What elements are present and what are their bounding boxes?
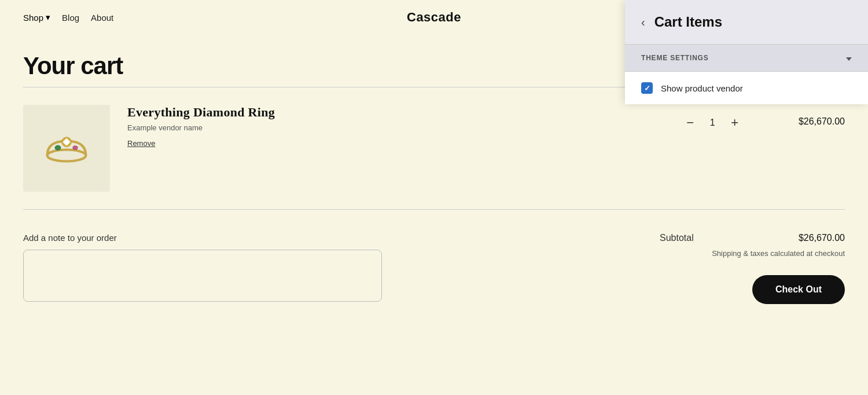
panel-header: ‹ Cart Items <box>625 0 868 44</box>
show-vendor-option: Show product vendor <box>625 72 868 104</box>
item-right-controls: − 1 + $26,670.00 <box>684 105 845 129</box>
theme-settings-label: THEME SETTINGS <box>641 54 709 62</box>
back-icon: ‹ <box>641 16 645 29</box>
note-label: Add a note to your order <box>23 233 637 243</box>
side-panel: ‹ Cart Items THEME SETTINGS Show product… <box>625 0 868 104</box>
product-name: Everything Diamond Ring <box>127 105 667 120</box>
subtotal-value: $26,670.00 <box>799 233 845 243</box>
shipping-note: Shipping & taxes calculated at checkout <box>660 249 845 258</box>
theme-settings-section-header[interactable]: THEME SETTINGS <box>625 44 868 72</box>
shop-chevron-icon: ▾ <box>46 12 50 23</box>
shop-label: Shop <box>23 13 43 23</box>
svg-point-3 <box>55 145 61 150</box>
cart-bottom: Add a note to your order Subtotal $26,67… <box>23 210 845 304</box>
decrease-quantity-button[interactable]: − <box>684 116 696 129</box>
nav-blog-link[interactable]: Blog <box>62 13 79 23</box>
checkout-button[interactable]: Check Out <box>752 275 845 304</box>
quantity-value: 1 <box>707 118 718 128</box>
product-image <box>23 105 110 192</box>
item-price: $26,670.00 <box>775 111 845 127</box>
chevron-down-icon <box>846 57 852 61</box>
item-info: Everything Diamond Ring Example vendor n… <box>127 105 667 148</box>
panel-back-button[interactable]: ‹ <box>641 16 645 29</box>
show-vendor-label: Show product vendor <box>661 83 743 93</box>
product-vendor: Example vendor name <box>127 123 667 132</box>
remove-item-link[interactable]: Remove <box>127 139 155 148</box>
nav-shop-dropdown[interactable]: Shop ▾ <box>23 12 50 23</box>
show-vendor-checkbox[interactable] <box>641 82 653 94</box>
svg-point-4 <box>73 146 78 150</box>
increase-quantity-button[interactable]: + <box>729 116 741 129</box>
cart-title: Your cart <box>23 52 720 80</box>
subtotal-label: Subtotal <box>660 233 694 243</box>
ring-illustration <box>38 128 95 169</box>
cart-item-row: Everything Diamond Ring Example vendor n… <box>23 87 845 210</box>
theme-settings-chevron-icon <box>846 53 852 63</box>
note-section: Add a note to your order <box>23 233 637 304</box>
brand-name: Cascade <box>407 10 461 25</box>
svg-point-0 <box>47 150 86 162</box>
panel-title: Cart Items <box>654 14 722 30</box>
nav-about-link[interactable]: About <box>91 13 113 23</box>
subtotal-row: Subtotal $26,670.00 <box>660 233 845 243</box>
quantity-controls: − 1 + <box>684 116 741 129</box>
nav-left: Shop ▾ Blog About <box>23 12 113 23</box>
order-summary: Subtotal $26,670.00 Shipping & taxes cal… <box>660 233 845 304</box>
order-note-input[interactable] <box>23 250 382 302</box>
